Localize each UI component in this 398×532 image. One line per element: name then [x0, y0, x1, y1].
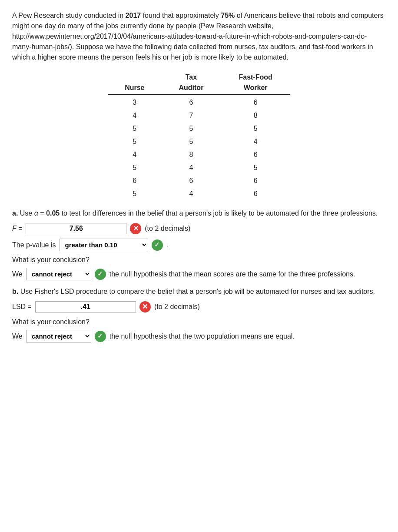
- table-row: 545: [108, 161, 290, 174]
- table-cell: 5: [221, 161, 290, 174]
- f-decimals-label: (to 2 decimals): [145, 223, 190, 234]
- table-cell: 5: [108, 187, 162, 200]
- table-cell: 7: [162, 109, 221, 122]
- part-a-section: a. Use α = 0.05 to test for differences …: [12, 208, 386, 280]
- table-cell: 5: [108, 161, 162, 174]
- conclusion-suffix-b: the null hypothesis that the two populat…: [109, 331, 295, 342]
- intro-paragraph: A Pew Research study conducted in 2017 f…: [12, 10, 386, 63]
- table-cell: 6: [221, 148, 290, 161]
- we-label-a: We: [12, 269, 23, 279]
- f-value-input[interactable]: [26, 223, 126, 234]
- conclusion-row-b: We cannot rejectreject ✓ the null hypoth…: [12, 330, 386, 342]
- pvalue-label: The p-value is: [12, 240, 56, 250]
- table-cell: 4: [162, 187, 221, 200]
- col-tax-header-top: Tax: [162, 71, 221, 83]
- table-cell: 4: [108, 148, 162, 161]
- table-row: 486: [108, 148, 290, 161]
- part-a-label: a.: [12, 209, 18, 217]
- conclusion-select-a[interactable]: cannot rejectreject: [26, 268, 91, 280]
- table-cell: 5: [162, 135, 221, 148]
- table-cell: 6: [162, 174, 221, 187]
- conclusion-prompt-a: What is your conclusion?: [12, 255, 386, 265]
- conclusion-suffix-a: the null hypothesis that the mean scores…: [109, 269, 355, 279]
- col-fastfood-header-top: Fast-Food: [221, 71, 290, 83]
- conclusion-correct-icon-a: ✓: [95, 269, 106, 280]
- we-label-b: We: [12, 331, 23, 342]
- pvalue-row: The p-value is less than 0.01between 0.0…: [12, 239, 386, 251]
- table-cell: 5: [221, 122, 290, 135]
- year-highlight: 2017: [126, 12, 141, 19]
- conclusion-prompt-b: What is your conclusion?: [12, 317, 386, 327]
- table-cell: 6: [221, 94, 290, 109]
- lsd-wrong-icon: ✕: [139, 301, 151, 313]
- table-cell: 6: [162, 94, 221, 109]
- table-row: 554: [108, 135, 290, 148]
- percent-highlight: 75%: [221, 12, 235, 19]
- part-b-section: b. Use Fisher's LSD procedure to compare…: [12, 286, 386, 342]
- data-table: Tax Fast-Food Nurse Auditor Worker 36647…: [108, 71, 290, 200]
- pvalue-select[interactable]: less than 0.01between 0.01 and 0.025betw…: [60, 239, 148, 251]
- col-nurse-header: Nurse: [108, 83, 162, 94]
- table-header-row1: Tax Fast-Food: [108, 71, 290, 83]
- table-row: 546: [108, 187, 290, 200]
- pvalue-correct-icon: ✓: [152, 239, 163, 251]
- col-fastfood-header-bottom: Worker: [221, 83, 290, 94]
- lsd-value-input[interactable]: [35, 301, 136, 313]
- data-table-wrapper: Tax Fast-Food Nurse Auditor Worker 36647…: [12, 71, 386, 200]
- table-cell: 6: [221, 174, 290, 187]
- table-body: 366478555554486545666546: [108, 94, 290, 200]
- f-label: F =: [12, 223, 22, 234]
- table-cell: 5: [108, 122, 162, 135]
- table-cell: 6: [108, 174, 162, 187]
- lsd-value-row: LSD = ✕ (to 2 decimals): [12, 301, 386, 313]
- f-value-row: F = ✕ (to 2 decimals): [12, 223, 386, 234]
- table-cell: 8: [221, 109, 290, 122]
- table-cell: 4: [221, 135, 290, 148]
- table-cell: 4: [108, 109, 162, 122]
- part-b-desc-text: Use Fisher's LSD procedure to compare th…: [20, 288, 375, 295]
- conclusion-row-a: We cannot rejectreject ✓ the null hypoth…: [12, 268, 386, 280]
- table-row: 666: [108, 174, 290, 187]
- part-b-label: b.: [12, 288, 18, 295]
- col-nurse-header-blank: [108, 71, 162, 83]
- conclusion-correct-icon-b: ✓: [95, 331, 106, 342]
- pvalue-dot: .: [166, 240, 168, 250]
- table-row: 478: [108, 109, 290, 122]
- table-cell: 8: [162, 148, 221, 161]
- part-b-description: b. Use Fisher's LSD procedure to compare…: [12, 286, 386, 297]
- part-a-description: a. Use α = 0.05 to test for differences …: [12, 208, 386, 219]
- table-cell: 6: [221, 187, 290, 200]
- lsd-decimals-label: (to 2 decimals): [154, 302, 200, 312]
- table-header-row2: Nurse Auditor Worker: [108, 83, 290, 94]
- lsd-label: LSD =: [12, 302, 32, 312]
- conclusion-select-b[interactable]: cannot rejectreject: [26, 330, 91, 342]
- table-cell: 5: [108, 135, 162, 148]
- table-row: 366: [108, 94, 290, 109]
- f-wrong-icon: ✕: [130, 223, 141, 234]
- table-cell: 4: [162, 161, 221, 174]
- col-tax-header-bottom: Auditor: [162, 83, 221, 94]
- table-cell: 3: [108, 94, 162, 109]
- table-row: 555: [108, 122, 290, 135]
- table-cell: 5: [162, 122, 221, 135]
